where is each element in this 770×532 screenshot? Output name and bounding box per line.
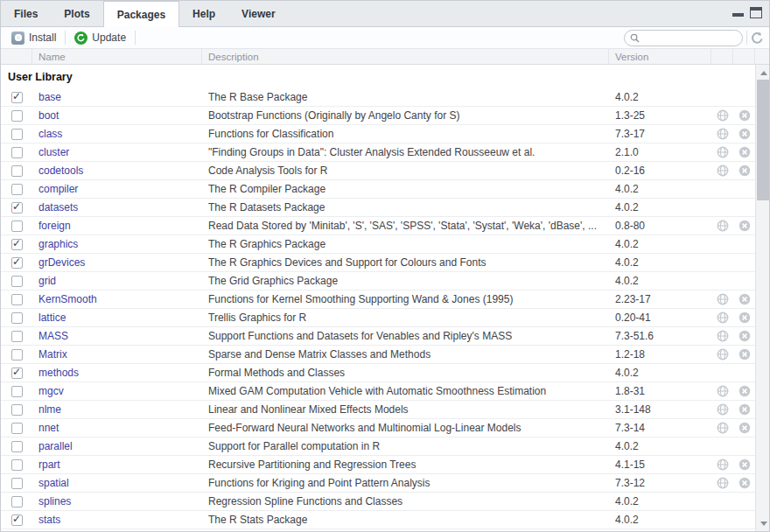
maximize-icon[interactable]	[750, 7, 762, 18]
browse-package-icon[interactable]	[717, 109, 729, 122]
browse-package-icon[interactable]	[717, 146, 729, 158]
package-checkbox[interactable]: ✓	[11, 349, 23, 360]
package-checkbox[interactable]: ✓	[11, 496, 23, 508]
package-checkbox[interactable]: ✓	[11, 165, 23, 177]
remove-package-icon[interactable]	[738, 128, 751, 140]
browse-package-icon[interactable]	[717, 128, 729, 140]
package-name-link[interactable]: datasets	[38, 201, 78, 214]
package-name-link[interactable]: splines	[38, 495, 71, 508]
browse-package-icon[interactable]	[717, 164, 729, 177]
package-checkbox[interactable]: ✓	[11, 368, 23, 379]
package-version: 1.3-25	[609, 107, 711, 124]
package-checkbox[interactable]: ✓	[11, 110, 23, 122]
package-name-link[interactable]: grDevices	[38, 256, 85, 269]
browse-package-icon[interactable]	[717, 477, 729, 489]
scrollbar-thumb[interactable]	[757, 80, 769, 200]
package-checkbox[interactable]: ✓	[11, 276, 23, 287]
package-name-link[interactable]: KernSmooth	[38, 293, 97, 305]
install-button[interactable]: Install	[6, 30, 61, 46]
package-name-link[interactable]: cluster	[38, 146, 69, 158]
vertical-scrollbar[interactable]	[755, 65, 769, 531]
package-name-link[interactable]: parallel	[38, 440, 73, 452]
package-name-link[interactable]: methods	[38, 367, 79, 379]
package-name-link[interactable]: lattice	[38, 312, 66, 324]
tab-plots[interactable]: Plots	[51, 1, 102, 26]
column-name[interactable]: Name	[32, 49, 202, 64]
package-name-link[interactable]: nnet	[38, 422, 59, 434]
scroll-up-icon[interactable]	[756, 66, 769, 79]
package-checkbox[interactable]: ✓	[11, 294, 23, 305]
remove-package-icon[interactable]	[738, 385, 751, 397]
browse-package-icon[interactable]	[717, 348, 729, 360]
package-name-link[interactable]: boot	[38, 109, 59, 122]
package-checkbox[interactable]: ✓	[11, 239, 23, 250]
tab-help[interactable]: Help	[179, 1, 228, 26]
remove-package-icon[interactable]	[738, 348, 751, 360]
browse-package-icon[interactable]	[717, 312, 729, 324]
package-version: 4.0.2	[609, 88, 711, 106]
package-name-link[interactable]: compiler	[38, 183, 78, 195]
package-checkbox[interactable]: ✓	[11, 147, 23, 158]
browse-package-icon[interactable]	[717, 385, 729, 397]
package-name-link[interactable]: foreign	[38, 220, 71, 232]
remove-package-icon[interactable]	[738, 293, 751, 305]
package-checkbox[interactable]: ✓	[11, 331, 23, 342]
package-checkbox[interactable]: ✓	[11, 423, 23, 434]
package-checkbox[interactable]: ✓	[11, 220, 23, 232]
package-name-link[interactable]: mgcv	[38, 385, 64, 397]
package-name-link[interactable]: Matrix	[38, 348, 67, 360]
package-name-link[interactable]: codetools	[38, 164, 83, 177]
browse-package-icon[interactable]	[717, 422, 729, 434]
package-checkbox[interactable]: ✓	[11, 386, 23, 397]
package-name-link[interactable]: rpart	[38, 458, 60, 471]
minimize-icon[interactable]	[732, 7, 744, 18]
package-name-link[interactable]: graphics	[38, 238, 78, 250]
update-button[interactable]: Update	[69, 30, 131, 46]
table-row: ✓ nlme Linear and Nonlinear Mixed Effect…	[1, 401, 755, 419]
package-checkbox[interactable]: ✓	[11, 202, 23, 214]
package-name-link[interactable]: base	[38, 91, 61, 103]
package-checkbox[interactable]: ✓	[11, 129, 23, 140]
browse-package-icon[interactable]	[717, 293, 729, 305]
remove-package-icon[interactable]	[738, 220, 751, 232]
package-name-link[interactable]: nlme	[38, 403, 61, 416]
refresh-icon[interactable]	[751, 32, 764, 45]
package-version: 0.2-16	[609, 162, 711, 179]
tab-files[interactable]: Files	[1, 1, 51, 26]
package-name-link[interactable]: spatial	[38, 477, 69, 489]
package-name-link[interactable]: grid	[38, 275, 56, 287]
package-checkbox[interactable]: ✓	[11, 92, 23, 103]
remove-package-icon[interactable]	[738, 109, 751, 122]
package-checkbox[interactable]: ✓	[11, 514, 23, 526]
remove-package-icon[interactable]	[738, 164, 751, 177]
package-name-link[interactable]: MASS	[38, 330, 68, 342]
remove-package-icon[interactable]	[738, 477, 751, 489]
tab-viewer[interactable]: Viewer	[228, 1, 288, 26]
remove-package-icon[interactable]	[738, 403, 751, 416]
remove-package-icon[interactable]	[738, 312, 751, 324]
package-checkbox[interactable]: ✓	[11, 441, 23, 452]
remove-package-icon[interactable]	[738, 422, 751, 434]
package-checkbox[interactable]: ✓	[11, 459, 23, 471]
package-checkbox[interactable]: ✓	[11, 184, 23, 195]
tab-packages[interactable]: Packages	[103, 1, 179, 27]
remove-package-icon[interactable]	[738, 330, 751, 342]
column-version[interactable]: Version	[609, 49, 711, 64]
browse-package-icon[interactable]	[717, 220, 729, 232]
column-description[interactable]: Description	[202, 49, 609, 64]
package-checkbox[interactable]: ✓	[11, 257, 23, 269]
search-input[interactable]	[643, 32, 737, 43]
browse-package-icon[interactable]	[717, 330, 729, 342]
package-checkbox[interactable]: ✓	[11, 404, 23, 416]
package-name-link[interactable]: class	[38, 128, 62, 140]
table-row: ✓ compiler The R Compiler Package 4.0.2	[1, 180, 755, 199]
remove-package-icon[interactable]	[738, 458, 751, 471]
package-name-link[interactable]: stats	[38, 514, 60, 526]
remove-package-icon[interactable]	[738, 146, 751, 158]
browse-package-icon[interactable]	[717, 458, 729, 471]
package-checkbox[interactable]: ✓	[11, 478, 23, 489]
table-row: ✓ class Functions for Classification 7.3…	[1, 125, 755, 144]
scroll-down-icon[interactable]	[756, 517, 769, 529]
package-checkbox[interactable]: ✓	[11, 312, 23, 324]
browse-package-icon[interactable]	[717, 403, 729, 416]
